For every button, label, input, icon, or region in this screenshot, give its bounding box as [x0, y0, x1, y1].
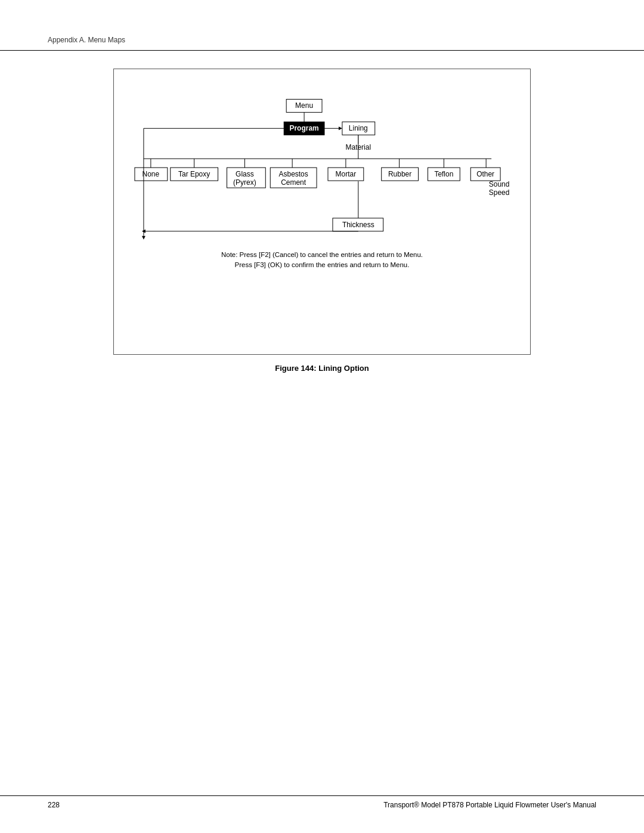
svg-marker-6	[339, 126, 342, 130]
svg-text:Tar Epoxy: Tar Epoxy	[178, 170, 210, 178]
svg-text:Speed: Speed	[489, 188, 510, 197]
svg-text:Press [F3] (OK) to confirm the: Press [F3] (OK) to confirm the entries a…	[235, 261, 410, 268]
svg-text:Note: Press [F2] (Cancel) to c: Note: Press [F2] (Cancel) to cancel the …	[221, 251, 423, 258]
svg-text:(Pyrex): (Pyrex)	[233, 178, 256, 187]
svg-text:Rubber: Rubber	[388, 170, 411, 178]
page-header: Appendix A. Menu Maps	[0, 0, 644, 51]
diagram-svg-container: Menu Program Lining Material	[126, 87, 518, 290]
figure-caption: Figure 144: Lining Option	[48, 364, 596, 373]
svg-text:Cement: Cement	[281, 178, 306, 187]
diagram-box: Menu Program Lining Material	[113, 69, 531, 355]
svg-text:Mortar: Mortar	[336, 170, 357, 178]
svg-text:None: None	[143, 170, 160, 178]
svg-text:Other: Other	[476, 170, 494, 178]
svg-text:Sound: Sound	[489, 180, 510, 188]
svg-text:Menu: Menu	[295, 101, 313, 110]
svg-text:Glass: Glass	[236, 170, 254, 178]
page-footer: 228 Transport® Model PT878 Portable Liqu…	[0, 795, 644, 809]
menu-map-svg: Menu Program Lining Material	[126, 87, 518, 290]
svg-text:Thickness: Thickness	[342, 221, 374, 229]
manual-title: Transport® Model PT878 Portable Liquid F…	[383, 801, 596, 809]
svg-text:Teflon: Teflon	[434, 170, 453, 178]
main-content: Menu Program Lining Material	[0, 51, 644, 391]
svg-text:Lining: Lining	[349, 124, 368, 132]
page-number: 228	[48, 801, 60, 809]
svg-marker-41	[142, 236, 145, 240]
svg-text:Program: Program	[290, 124, 319, 132]
svg-text:Asbestos: Asbestos	[279, 170, 308, 178]
header-label: Appendix A. Menu Maps	[48, 36, 125, 44]
